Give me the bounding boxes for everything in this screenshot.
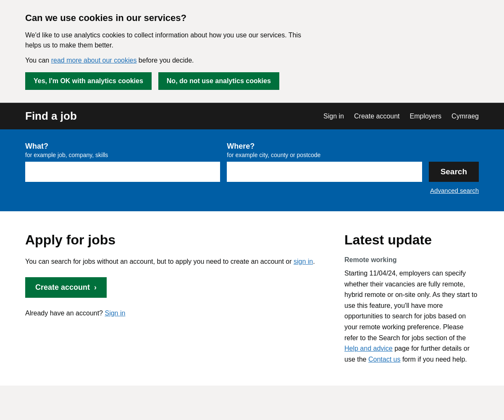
main-content: Apply for jobs You can search for jobs w… — [0, 211, 504, 386]
apply-section-title: Apply for jobs — [25, 232, 319, 248]
where-label: Where? — [227, 142, 422, 151]
navbar-sign-in[interactable]: Sign in — [323, 113, 344, 120]
search-button-wrapper: Search — [429, 162, 479, 182]
cookie-after-link: before you decide. — [139, 57, 194, 64]
contact-us-link[interactable]: Contact us — [368, 356, 400, 363]
what-label: What? — [25, 142, 220, 151]
navbar-create-account[interactable]: Create account — [354, 113, 400, 120]
create-account-button[interactable]: Create account › — [25, 277, 107, 298]
update-text-3: form if you need help. — [402, 356, 467, 363]
cookie-banner-description2: You can read more about our cookies befo… — [25, 55, 311, 66]
what-hint: for example job, company, skills — [25, 152, 220, 158]
what-input[interactable] — [25, 162, 220, 182]
navbar-links: Sign in Create account Employers Cymraeg — [323, 113, 479, 120]
already-account-text: Already have an account? Sign in — [25, 308, 319, 319]
create-account-label: Create account — [35, 283, 90, 292]
create-account-arrow: › — [94, 283, 97, 292]
cookie-banner-description1: We'd like to use analytics cookies to co… — [25, 30, 311, 50]
latest-update-title: Latest update — [344, 232, 479, 248]
apply-section-description: You can search for jobs without an accou… — [25, 256, 319, 267]
search-fields: What? for example job, company, skills W… — [25, 142, 479, 182]
search-button[interactable]: Search — [429, 162, 479, 182]
cookie-read-more-link[interactable]: read more about our cookies — [51, 57, 137, 64]
help-advice-link[interactable]: Help and advice — [344, 345, 393, 352]
cookie-buttons: Yes, I'm OK with analytics cookies No, d… — [25, 72, 479, 90]
sign-in-link[interactable]: Sign in — [105, 310, 125, 317]
cookie-yes-button[interactable]: Yes, I'm OK with analytics cookies — [25, 72, 152, 90]
latest-update: Latest update Remote working Starting 11… — [344, 232, 479, 365]
cookie-before-link: You can — [25, 57, 49, 64]
navbar-brand[interactable]: Find a job — [25, 110, 77, 123]
advanced-search-link[interactable]: Advanced search — [430, 187, 479, 194]
navbar-cymraeg[interactable]: Cymraeg — [452, 113, 479, 120]
where-input[interactable] — [227, 162, 422, 182]
cookie-banner-title: Can we use cookies in our services? — [25, 13, 479, 24]
update-body: Starting 11/04/24, employers can specify… — [344, 268, 479, 365]
update-text-1: Starting 11/04/24, employers can specify… — [344, 270, 477, 341]
search-section: What? for example job, company, skills W… — [0, 129, 504, 211]
already-account-label: Already have an account? — [25, 310, 103, 317]
navbar: Find a job Sign in Create account Employ… — [0, 103, 504, 129]
where-hint: for example city, county or postcode — [227, 152, 422, 158]
advanced-search-wrapper: Advanced search — [25, 187, 479, 194]
where-field: Where? for example city, county or postc… — [227, 142, 422, 182]
navbar-employers[interactable]: Employers — [410, 113, 442, 120]
what-field: What? for example job, company, skills — [25, 142, 220, 182]
cookie-no-button[interactable]: No, do not use analytics cookies — [158, 72, 279, 90]
apply-sign-in-link[interactable]: sign in — [294, 258, 313, 265]
cookie-banner: Can we use cookies in our services? We'd… — [0, 0, 504, 103]
apply-section: Apply for jobs You can search for jobs w… — [25, 232, 319, 365]
update-subtitle: Remote working — [344, 256, 479, 264]
